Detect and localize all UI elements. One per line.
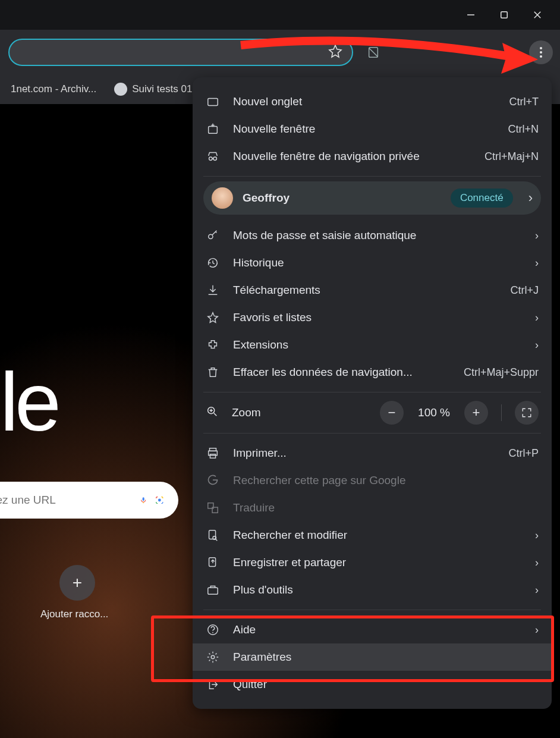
reader-mode-icon[interactable]	[361, 40, 385, 64]
voice-search-icon[interactable]	[140, 494, 147, 507]
menu-help[interactable]: Aide ›	[193, 616, 552, 643]
more-menu-button[interactable]	[529, 40, 553, 64]
menu-print[interactable]: Imprimer... Ctrl+P	[193, 439, 552, 467]
connection-status-badge: Connecté	[451, 189, 513, 208]
search-input[interactable]	[0, 494, 131, 507]
svg-line-28	[216, 539, 218, 541]
chevron-right-icon: ›	[535, 339, 539, 351]
svg-rect-30	[208, 588, 218, 594]
svg-rect-26	[209, 530, 216, 539]
svg-point-13	[209, 157, 213, 161]
menu-extensions[interactable]: Extensions ›	[193, 331, 552, 359]
menu-more-tools[interactable]: Plus d'outils ›	[193, 576, 552, 604]
download-icon	[206, 283, 220, 297]
close-icon	[532, 10, 543, 20]
svg-point-33	[211, 655, 215, 659]
chevron-right-icon: ›	[535, 257, 539, 269]
printer-icon	[206, 446, 220, 460]
chevron-right-icon: ›	[535, 230, 539, 242]
minimize-icon	[465, 10, 476, 20]
menu-new-tab[interactable]: Nouvel onglet Ctrl+T	[193, 88, 552, 115]
star-icon	[206, 310, 220, 325]
google-logo-fragment: le	[0, 354, 58, 450]
translate-icon	[206, 501, 220, 515]
bookmark-label: Suivi tests 01	[132, 83, 192, 95]
browser-toolbar	[0, 30, 560, 74]
menu-clear-data[interactable]: Effacer les données de navigation... Ctr…	[193, 359, 552, 386]
window-titlebar	[0, 0, 560, 30]
svg-point-14	[213, 157, 217, 161]
history-icon	[206, 256, 220, 270]
svg-point-16	[209, 234, 213, 238]
svg-rect-6	[143, 497, 144, 501]
svg-rect-29	[209, 558, 216, 567]
bookmark-item[interactable]: 1net.com - Archiv...	[5, 80, 102, 99]
menu-profile-row[interactable]: Geoffroy Connecté ›	[203, 181, 541, 215]
google-icon	[206, 473, 220, 488]
svg-rect-9	[208, 99, 218, 106]
chrome-menu: Nouvel onglet Ctrl+T Nouvelle fenêtre Ct…	[193, 77, 552, 709]
chevron-right-icon: ›	[528, 190, 533, 206]
menu-exit[interactable]: Quitter	[193, 671, 552, 698]
menu-find-edit[interactable]: Rechercher et modifier ›	[193, 522, 552, 549]
incognito-icon	[206, 149, 220, 164]
menu-passwords[interactable]: Mots de passe et saisie automatique ›	[193, 222, 552, 249]
menu-incognito[interactable]: Nouvelle fenêtre de navigation privée Ct…	[193, 143, 552, 170]
exit-icon	[206, 677, 220, 692]
maximize-icon	[499, 10, 509, 20]
fullscreen-button[interactable]	[515, 401, 539, 425]
chevron-right-icon: ›	[535, 312, 539, 324]
chevron-right-icon: ›	[535, 529, 539, 542]
zoom-in-button[interactable]: +	[464, 401, 488, 425]
save-share-icon	[206, 555, 220, 570]
menu-zoom-row: Zoom − 100 % +	[193, 396, 552, 429]
chevron-right-icon: ›	[535, 557, 539, 569]
menu-history[interactable]: Historique ›	[193, 249, 552, 277]
add-shortcut-label: Ajouter racco...	[40, 608, 108, 620]
ntp-search-box[interactable]	[0, 482, 178, 519]
bookmark-star-icon[interactable]	[328, 44, 342, 61]
svg-point-32	[212, 632, 213, 633]
avatar	[212, 187, 233, 209]
menu-save-share[interactable]: Enregistrer et partager ›	[193, 549, 552, 576]
address-bar[interactable]	[8, 39, 353, 66]
menu-settings[interactable]: Paramètres	[193, 643, 552, 671]
menu-translate: Traduire	[193, 494, 552, 522]
menu-search-google: Rechercher cette page sur Google	[193, 467, 552, 494]
zoom-value: 100 %	[417, 406, 451, 419]
chevron-right-icon: ›	[535, 584, 539, 596]
svg-line-5	[369, 48, 378, 56]
find-icon	[206, 528, 220, 542]
gear-icon	[206, 650, 220, 664]
puzzle-icon	[206, 338, 220, 352]
key-icon	[206, 228, 220, 243]
svg-rect-10	[209, 126, 218, 133]
svg-line-18	[214, 413, 217, 416]
plus-icon: +	[73, 573, 82, 592]
trash-icon	[206, 365, 220, 379]
toolbox-icon	[206, 583, 220, 597]
tab-icon	[206, 95, 220, 109]
svg-rect-23	[210, 454, 215, 458]
menu-new-window[interactable]: Nouvelle fenêtre Ctrl+N	[193, 115, 552, 143]
profile-name: Geoffroy	[243, 191, 441, 205]
zoom-icon	[206, 405, 219, 420]
menu-bookmarks[interactable]: Favoris et listes ›	[193, 304, 552, 331]
add-shortcut-button[interactable]: +	[59, 565, 95, 601]
bookmark-item[interactable]: Suivi tests 01	[108, 79, 198, 99]
help-icon	[206, 623, 220, 637]
close-window-button[interactable]	[521, 0, 554, 30]
new-window-icon	[206, 122, 220, 136]
menu-downloads[interactable]: Téléchargements Ctrl+J	[193, 277, 552, 304]
bookmark-label: 1net.com - Archiv...	[11, 83, 96, 95]
maximize-button[interactable]	[487, 0, 521, 30]
zoom-out-button[interactable]: −	[380, 401, 404, 425]
chevron-right-icon: ›	[535, 624, 539, 636]
globe-icon	[114, 83, 127, 96]
svg-rect-1	[501, 12, 508, 18]
minimize-button[interactable]	[454, 0, 487, 30]
three-dots-icon	[540, 47, 542, 58]
google-lens-icon[interactable]	[155, 492, 164, 508]
svg-point-8	[158, 499, 161, 502]
